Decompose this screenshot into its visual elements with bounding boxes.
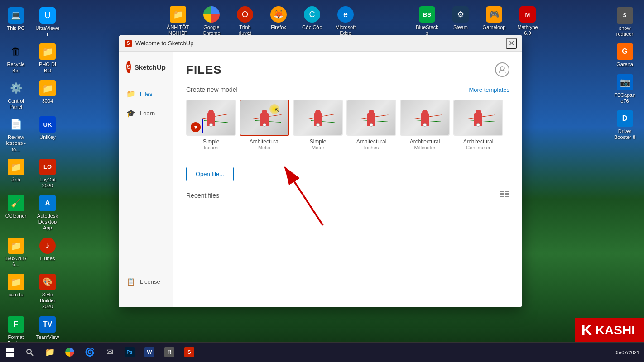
desktop-icon-ultraviewer[interactable]: U UltraViewer (32, 5, 63, 40)
taskbar-app-revit[interactable]: R (159, 343, 179, 362)
taskbar-search-button[interactable] (20, 343, 40, 362)
dialog-close-button[interactable]: ✕ (506, 38, 517, 49)
thumb-dot-3 (316, 123, 320, 127)
sidebar-item-files[interactable]: 📁 Files (119, 84, 173, 104)
desktop-icon-control-panel[interactable]: ⚙️ Control Panel (0, 77, 32, 113)
coc-coc-label: Cốc Cốc (302, 24, 322, 30)
sidebar-license-label: License (140, 278, 160, 285)
desktop-icon-layout[interactable]: LO LayOut 2020 (32, 156, 63, 191)
recent-files-label: Recent files (186, 192, 219, 199)
bluestacks-icon: BS (419, 6, 435, 23)
taskbar-app-sketchup[interactable]: S (179, 343, 199, 362)
control-panel-icon: ⚙️ (8, 80, 24, 96)
template-unit-1: Meter (258, 145, 271, 150)
kashi-k-letter: K (582, 322, 592, 338)
3004-label: 3004 (42, 98, 53, 104)
taskbar: 📁 🌀 ✉ Ps W R S 05/07 (0, 342, 644, 362)
create-new-header: Create new model More templates (186, 86, 509, 93)
style-builder-label: Style Builder 2020 (35, 292, 60, 310)
desktop-icon-gameloop[interactable]: 🎮 Gameloop (478, 4, 510, 39)
anh-tot-label: ẢNH TỐT NGHIỆP (166, 24, 190, 36)
desktop-icon-this-pc[interactable]: 💻 This PC (0, 5, 32, 40)
kashi-name: KASHI (596, 323, 635, 338)
svg-rect-12 (10, 353, 14, 357)
show-reducer-label: show reducer (614, 25, 636, 37)
pho-di-bo-label: PHO DI BO (35, 62, 60, 73)
desktop-icon-style-builder[interactable]: 🎨 Style Builder 2020 (32, 271, 63, 313)
more-templates-link[interactable]: More templates (469, 86, 509, 93)
google-chrome-icon (203, 6, 220, 23)
sidebar-logo: S SketchUp (119, 61, 173, 84)
show-reducer-icon: S (617, 7, 633, 24)
bluestacks-label: BlueStacks (415, 24, 439, 36)
unikey-label: UniKey (39, 134, 55, 140)
dialog-titlebar: S Welcome to SketchUp ✕ (119, 35, 522, 52)
page-title: FILES (186, 63, 222, 77)
template-thumb-architectural-mm (400, 100, 450, 136)
desktop-icon-mathtype[interactable]: M Mathtype 6.9 (512, 4, 543, 39)
svg-rect-6 (505, 196, 509, 197)
taskbar-app-photoshop[interactable]: Ps (120, 343, 139, 362)
desktop-icon-itunes[interactable]: ♪ iTunes (32, 235, 63, 270)
taskbar-app-file-explorer[interactable]: 📁 (40, 343, 60, 362)
desktop-icon-show-reducer[interactable]: S show reducer (610, 5, 639, 40)
svg-rect-3 (500, 193, 504, 195)
taskbar-app-chrome[interactable] (60, 343, 80, 362)
desktop-icon-review-lessons[interactable]: 📄 Review lessons - fo... (0, 114, 32, 155)
teamviewer-icon: TV (39, 316, 56, 333)
anh-label: ảnh (11, 177, 20, 183)
fscapture-icon: 📷 (617, 74, 633, 90)
anh-tot-icon: 📁 (170, 6, 186, 23)
desktop-icon-anh[interactable]: 📁 ảnh (0, 156, 32, 191)
3004-icon: 📁 (39, 80, 56, 96)
desktop-icon-cam-tu[interactable]: 📁 cam tu (0, 271, 32, 313)
desktop-icon-pho-di-bo[interactable]: 📁 PHO DI BO (32, 41, 63, 76)
unikey-icon: UK (39, 116, 56, 133)
desktop-icon-bluestacks[interactable]: BS BlueStacks (411, 4, 443, 39)
taskbar-app-mail[interactable]: ✉ (100, 343, 120, 362)
recycle-bin-icon: 🗑 (8, 43, 24, 60)
svg-rect-4 (505, 193, 509, 195)
cam-tu-label: cam tu (8, 292, 23, 298)
list-view-toggle[interactable] (500, 191, 509, 200)
ms-edge-label: Microsoft Edge (333, 24, 358, 36)
desktop-icon-steam[interactable]: ⚙ Steam (445, 4, 476, 39)
template-card-architectural-meter[interactable]: ↖ Architectural Meter (240, 100, 289, 150)
dialog-sidebar: S SketchUp 📁 Files 🎓 Learn 📋 (119, 52, 173, 307)
desktop-icon-garena[interactable]: G Garena (610, 41, 639, 70)
desktop-icon-3004[interactable]: 📁 3004 (32, 77, 63, 113)
recent-files-section: Recent files (186, 191, 509, 200)
sidebar-item-learn[interactable]: 🎓 Learn (119, 104, 173, 123)
taskbar-start-button[interactable] (0, 343, 20, 362)
anh-icon: 📁 (8, 159, 24, 175)
template-card-simple-inches[interactable]: ♥ Simple Inches (186, 100, 236, 150)
desktop-icon-ccleaner[interactable]: 🧹 CCleaner (0, 192, 32, 234)
learn-nav-icon: 🎓 (126, 109, 135, 118)
template-thumb-simple-inches: ♥ (186, 100, 236, 136)
sidebar-learn-label: Learn (140, 110, 155, 117)
desktop-icon-driver-booster[interactable]: D Driver Booster 8 (610, 108, 639, 143)
template-card-architectural-cm[interactable]: Architectural Centimeter (453, 100, 503, 150)
desktop-icon-190934876[interactable]: 📁 190934876... (0, 235, 32, 270)
user-avatar-button[interactable] (495, 62, 509, 77)
autodesk-icon: A (39, 195, 56, 211)
firefox-label: Firefox (271, 24, 286, 30)
template-name-5: Architectural (463, 138, 494, 145)
template-card-architectural-mm[interactable]: Architectural Millimeter (400, 100, 450, 150)
desktop-icon-autodesk[interactable]: A Autodesk Desktop App (32, 192, 63, 234)
template-card-simple-meter[interactable]: Simple Meter (293, 100, 343, 150)
taskbar-app-word[interactable]: W (139, 343, 159, 362)
template-name-3: Architectural (356, 138, 387, 145)
svg-rect-2 (505, 191, 509, 192)
template-unit-3: Inches (364, 145, 379, 150)
desktop-icon-unikey[interactable]: UK UniKey (32, 114, 63, 155)
sidebar-item-license[interactable]: 📋 License (126, 273, 166, 291)
template-card-architectural-inches[interactable]: Architectural Inches (346, 100, 396, 150)
desktop-icon-recycle-bin[interactable]: 🗑 Recycle Bin (0, 41, 32, 76)
desktop-icon-fscapture[interactable]: 📷 FSCapture76 (610, 71, 639, 107)
ms-edge-icon: e (337, 6, 354, 23)
opera-icon: O (237, 6, 253, 23)
template-unit-2: Meter (312, 145, 324, 150)
taskbar-app-edge[interactable]: 🌀 (80, 343, 100, 362)
open-file-button[interactable]: Open file... (186, 167, 234, 181)
